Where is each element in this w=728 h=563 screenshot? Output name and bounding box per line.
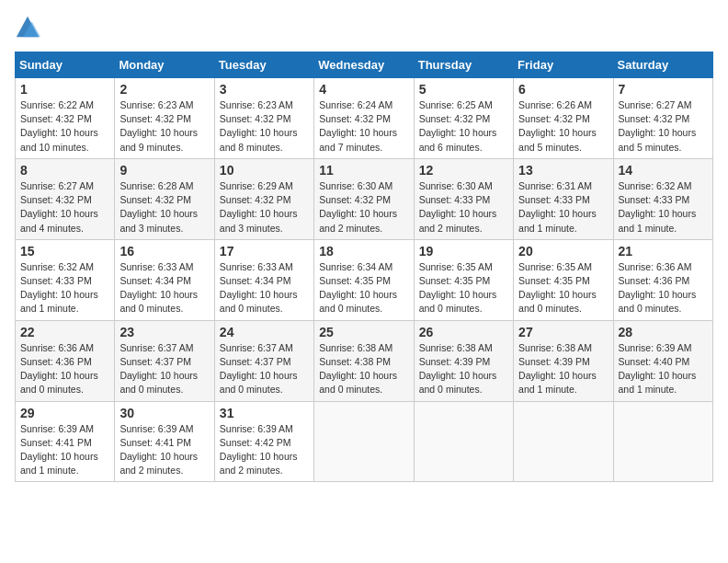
day-info: Sunrise: 6:23 AMSunset: 4:32 PMDaylight:…	[119, 99, 198, 153]
day-cell-16: 16Sunrise: 6:33 AMSunset: 4:34 PMDayligh…	[115, 239, 214, 320]
logo-icon	[15, 15, 40, 40]
day-info: Sunrise: 6:35 AMSunset: 4:35 PMDaylight:…	[518, 261, 597, 315]
day-cell-22: 22Sunrise: 6:36 AMSunset: 4:36 PMDayligh…	[16, 320, 115, 401]
day-number: 26	[419, 325, 508, 339]
day-number: 21	[619, 244, 708, 259]
calendar-table: SundayMondayTuesdayWednesdayThursdayFrid…	[15, 52, 713, 482]
day-cell-19: 19Sunrise: 6:35 AMSunset: 4:35 PMDayligh…	[414, 239, 513, 320]
empty-day-cell	[414, 401, 513, 482]
col-header-saturday: Saturday	[613, 52, 712, 78]
day-info: Sunrise: 6:32 AMSunset: 4:33 PMDaylight:…	[619, 180, 697, 234]
col-header-monday: Monday	[115, 52, 214, 78]
day-info: Sunrise: 6:29 AMSunset: 4:32 PMDaylight:…	[220, 180, 298, 234]
day-cell-5: 5Sunrise: 6:25 AMSunset: 4:32 PMDaylight…	[414, 78, 513, 159]
day-number: 14	[619, 163, 708, 178]
day-cell-26: 26Sunrise: 6:38 AMSunset: 4:39 PMDayligh…	[414, 320, 513, 401]
day-info: Sunrise: 6:25 AMSunset: 4:32 PMDaylight:…	[419, 99, 497, 153]
day-number: 2	[119, 82, 209, 97]
day-cell-7: 7Sunrise: 6:27 AMSunset: 4:32 PMDaylight…	[613, 78, 712, 159]
day-info: Sunrise: 6:37 AMSunset: 4:37 PMDaylight:…	[119, 342, 198, 396]
day-info: Sunrise: 6:35 AMSunset: 4:35 PMDaylight:…	[419, 261, 497, 315]
calendar-week-4: 22Sunrise: 6:36 AMSunset: 4:36 PMDayligh…	[16, 320, 713, 401]
col-header-thursday: Thursday	[414, 52, 513, 78]
day-number: 28	[619, 325, 708, 339]
day-info: Sunrise: 6:30 AMSunset: 4:33 PMDaylight:…	[419, 180, 497, 234]
calendar-week-2: 8Sunrise: 6:27 AMSunset: 4:32 PMDaylight…	[16, 158, 713, 239]
day-number: 7	[619, 82, 708, 97]
day-info: Sunrise: 6:39 AMSunset: 4:41 PMDaylight:…	[119, 423, 198, 477]
day-cell-4: 4Sunrise: 6:24 AMSunset: 4:32 PMDaylight…	[314, 78, 414, 159]
day-info: Sunrise: 6:38 AMSunset: 4:38 PMDaylight:…	[319, 342, 397, 396]
day-info: Sunrise: 6:32 AMSunset: 4:33 PMDaylight:…	[20, 261, 98, 315]
day-number: 3	[220, 82, 309, 97]
day-info: Sunrise: 6:38 AMSunset: 4:39 PMDaylight:…	[518, 342, 597, 396]
day-info: Sunrise: 6:37 AMSunset: 4:37 PMDaylight:…	[220, 342, 298, 396]
day-cell-12: 12Sunrise: 6:30 AMSunset: 4:33 PMDayligh…	[414, 158, 513, 239]
day-info: Sunrise: 6:36 AMSunset: 4:36 PMDaylight:…	[20, 342, 98, 396]
col-header-tuesday: Tuesday	[214, 52, 313, 78]
calendar-week-3: 15Sunrise: 6:32 AMSunset: 4:33 PMDayligh…	[16, 239, 713, 320]
day-info: Sunrise: 6:23 AMSunset: 4:32 PMDaylight:…	[220, 99, 298, 153]
day-number: 17	[220, 244, 309, 259]
day-cell-6: 6Sunrise: 6:26 AMSunset: 4:32 PMDaylight…	[514, 78, 613, 159]
day-info: Sunrise: 6:28 AMSunset: 4:32 PMDaylight:…	[119, 180, 198, 234]
col-header-sunday: Sunday	[16, 52, 115, 78]
day-cell-14: 14Sunrise: 6:32 AMSunset: 4:33 PMDayligh…	[613, 158, 712, 239]
day-number: 16	[119, 244, 209, 259]
day-number: 18	[319, 244, 408, 259]
day-number: 10	[220, 163, 309, 178]
day-info: Sunrise: 6:30 AMSunset: 4:32 PMDaylight:…	[319, 180, 397, 234]
day-number: 22	[20, 325, 109, 339]
day-cell-11: 11Sunrise: 6:30 AMSunset: 4:32 PMDayligh…	[314, 158, 414, 239]
day-cell-3: 3Sunrise: 6:23 AMSunset: 4:32 PMDaylight…	[214, 78, 313, 159]
day-number: 13	[518, 163, 608, 178]
day-number: 1	[20, 82, 109, 97]
day-number: 23	[119, 325, 209, 339]
day-number: 4	[319, 82, 408, 97]
day-cell-30: 30Sunrise: 6:39 AMSunset: 4:41 PMDayligh…	[115, 401, 214, 482]
day-number: 30	[119, 406, 209, 420]
day-info: Sunrise: 6:39 AMSunset: 4:42 PMDaylight:…	[220, 423, 298, 477]
day-cell-25: 25Sunrise: 6:38 AMSunset: 4:38 PMDayligh…	[314, 320, 414, 401]
day-info: Sunrise: 6:22 AMSunset: 4:32 PMDaylight:…	[20, 99, 98, 153]
day-info: Sunrise: 6:27 AMSunset: 4:32 PMDaylight:…	[619, 99, 697, 153]
day-info: Sunrise: 6:38 AMSunset: 4:39 PMDaylight:…	[419, 342, 497, 396]
empty-day-cell	[314, 401, 414, 482]
day-cell-29: 29Sunrise: 6:39 AMSunset: 4:41 PMDayligh…	[16, 401, 115, 482]
day-cell-9: 9Sunrise: 6:28 AMSunset: 4:32 PMDaylight…	[115, 158, 214, 239]
page-header	[15, 15, 713, 40]
day-info: Sunrise: 6:39 AMSunset: 4:40 PMDaylight:…	[619, 342, 697, 396]
day-info: Sunrise: 6:34 AMSunset: 4:35 PMDaylight:…	[319, 261, 397, 315]
day-info: Sunrise: 6:27 AMSunset: 4:32 PMDaylight:…	[20, 180, 98, 234]
logo	[15, 15, 44, 40]
day-cell-20: 20Sunrise: 6:35 AMSunset: 4:35 PMDayligh…	[514, 239, 613, 320]
day-number: 31	[220, 406, 309, 420]
day-number: 24	[220, 325, 309, 339]
day-cell-13: 13Sunrise: 6:31 AMSunset: 4:33 PMDayligh…	[514, 158, 613, 239]
day-info: Sunrise: 6:39 AMSunset: 4:41 PMDaylight:…	[20, 423, 98, 477]
day-cell-31: 31Sunrise: 6:39 AMSunset: 4:42 PMDayligh…	[214, 401, 313, 482]
day-number: 11	[319, 163, 408, 178]
day-cell-24: 24Sunrise: 6:37 AMSunset: 4:37 PMDayligh…	[214, 320, 313, 401]
day-cell-27: 27Sunrise: 6:38 AMSunset: 4:39 PMDayligh…	[514, 320, 613, 401]
day-cell-21: 21Sunrise: 6:36 AMSunset: 4:36 PMDayligh…	[613, 239, 712, 320]
day-number: 9	[119, 163, 209, 178]
day-info: Sunrise: 6:36 AMSunset: 4:36 PMDaylight:…	[619, 261, 697, 315]
day-number: 6	[518, 82, 608, 97]
day-number: 19	[419, 244, 508, 259]
day-info: Sunrise: 6:33 AMSunset: 4:34 PMDaylight:…	[119, 261, 198, 315]
day-number: 8	[20, 163, 109, 178]
day-number: 29	[20, 406, 109, 420]
day-cell-8: 8Sunrise: 6:27 AMSunset: 4:32 PMDaylight…	[16, 158, 115, 239]
day-cell-10: 10Sunrise: 6:29 AMSunset: 4:32 PMDayligh…	[214, 158, 313, 239]
day-info: Sunrise: 6:24 AMSunset: 4:32 PMDaylight:…	[319, 99, 397, 153]
day-cell-15: 15Sunrise: 6:32 AMSunset: 4:33 PMDayligh…	[16, 239, 115, 320]
day-number: 5	[419, 82, 508, 97]
empty-day-cell	[613, 401, 712, 482]
day-number: 12	[419, 163, 508, 178]
day-info: Sunrise: 6:31 AMSunset: 4:33 PMDaylight:…	[518, 180, 597, 234]
day-cell-2: 2Sunrise: 6:23 AMSunset: 4:32 PMDaylight…	[115, 78, 214, 159]
day-cell-28: 28Sunrise: 6:39 AMSunset: 4:40 PMDayligh…	[613, 320, 712, 401]
day-cell-23: 23Sunrise: 6:37 AMSunset: 4:37 PMDayligh…	[115, 320, 214, 401]
day-cell-18: 18Sunrise: 6:34 AMSunset: 4:35 PMDayligh…	[314, 239, 414, 320]
